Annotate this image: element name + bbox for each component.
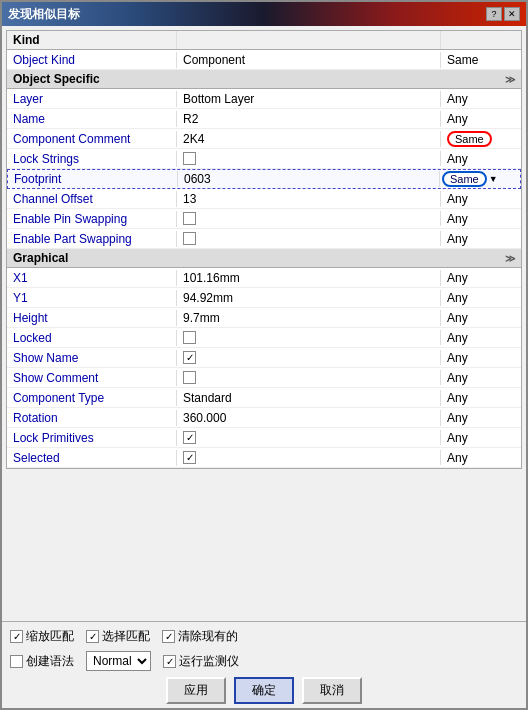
rule-enable-pin-swapping: Any xyxy=(441,211,521,227)
section-graphical-label: Graphical xyxy=(13,251,68,265)
val-name: R2 xyxy=(177,111,441,127)
checkbox-locked[interactable] xyxy=(183,331,196,344)
rule-height: Any xyxy=(441,310,521,326)
prop-y1: Y1 xyxy=(7,290,177,306)
prop-object-kind: Object Kind xyxy=(7,52,177,68)
bottom-area: 缩放匹配 选择匹配 清除现有的 创建语法 Normal 运行监测仪 xyxy=(2,621,526,708)
row-channel-offset: Channel Offset 13 Any xyxy=(7,189,521,209)
prop-show-name: Show Name xyxy=(7,350,177,366)
row-rotation: Rotation 360.000 Any xyxy=(7,408,521,428)
properties-table: Kind Object Kind Component Same Object S… xyxy=(6,30,522,469)
close-button[interactable]: ✕ xyxy=(504,7,520,21)
ok-button[interactable]: 确定 xyxy=(234,677,294,704)
prop-footprint: Footprint xyxy=(8,171,178,187)
row-component-comment: Component Comment 2K4 Same xyxy=(7,129,521,149)
checkbox-clear-existing[interactable] xyxy=(162,630,175,643)
val-footprint: 0603 xyxy=(178,171,440,187)
column-headers: Kind xyxy=(7,31,521,50)
val-lock-strings xyxy=(177,151,441,166)
rule-component-type: Any xyxy=(441,390,521,406)
rule-x1: Any xyxy=(441,270,521,286)
check-select-match: 选择匹配 xyxy=(86,628,150,645)
main-window: 发现相似目标 ? ✕ Kind Object Kind Component Sa… xyxy=(0,0,528,710)
label-run-monitor: 运行监测仪 xyxy=(179,653,239,670)
prop-channel-offset: Channel Offset xyxy=(7,191,177,207)
badge-same-red: Same xyxy=(447,131,492,147)
prop-lock-strings: Lock Strings xyxy=(7,151,177,167)
rule-locked: Any xyxy=(441,330,521,346)
val-rotation: 360.000 xyxy=(177,410,441,426)
val-layer: Bottom Layer xyxy=(177,91,441,107)
rule-lock-primitives: Any xyxy=(441,430,521,446)
row-layer: Layer Bottom Layer Any xyxy=(7,89,521,109)
val-enable-part-swapping xyxy=(177,231,441,246)
prop-rotation: Rotation xyxy=(7,410,177,426)
prop-locked: Locked xyxy=(7,330,177,346)
prop-enable-part-swapping: Enable Part Swapping xyxy=(7,231,177,247)
row-enable-pin-swapping: Enable Pin Swapping Any xyxy=(7,209,521,229)
checkbox-create-syntax[interactable] xyxy=(10,655,23,668)
prop-component-comment: Component Comment xyxy=(7,131,177,147)
prop-enable-pin-swapping: Enable Pin Swapping xyxy=(7,211,177,227)
checkbox-lock-strings[interactable] xyxy=(183,152,196,165)
label-clear-existing: 清除现有的 xyxy=(178,628,238,645)
rule-y1: Any xyxy=(441,290,521,306)
row-height: Height 9.7mm Any xyxy=(7,308,521,328)
checkbox-show-name[interactable] xyxy=(183,351,196,364)
section-graphical: Graphical ≫ xyxy=(7,249,521,268)
section-object-specific-label: Object Specific xyxy=(13,72,100,86)
row-name: Name R2 Any xyxy=(7,109,521,129)
label-zoom-match: 缩放匹配 xyxy=(26,628,74,645)
prop-name: Name xyxy=(7,111,177,127)
row-y1: Y1 94.92mm Any xyxy=(7,288,521,308)
checkbox-enable-part-swapping[interactable] xyxy=(183,232,196,245)
section-object-specific: Object Specific ≫ xyxy=(7,70,521,89)
checkbox-lock-primitives[interactable] xyxy=(183,431,196,444)
section-graphical-icon: ≫ xyxy=(505,253,515,264)
checkbox-enable-pin-swapping[interactable] xyxy=(183,212,196,225)
window-title: 发现相似目标 xyxy=(8,6,80,23)
val-x1: 101.16mm xyxy=(177,270,441,286)
title-bar: 发现相似目标 ? ✕ xyxy=(2,2,526,26)
rule-object-kind: Same xyxy=(441,52,521,68)
checkbox-run-monitor[interactable] xyxy=(163,655,176,668)
checkbox-selected[interactable] xyxy=(183,451,196,464)
row-enable-part-swapping: Enable Part Swapping Any xyxy=(7,229,521,249)
check-zoom-match: 缩放匹配 xyxy=(10,628,74,645)
help-button[interactable]: ? xyxy=(486,7,502,21)
rule-channel-offset: Any xyxy=(441,191,521,207)
row-show-comment: Show Comment Any xyxy=(7,368,521,388)
rule-selected: Any xyxy=(441,450,521,466)
label-create-syntax: 创建语法 xyxy=(26,653,74,670)
row-selected: Selected Any xyxy=(7,448,521,468)
val-enable-pin-swapping xyxy=(177,211,441,226)
val-show-name xyxy=(177,350,441,365)
row-footprint: Footprint 0603 Same ▼ xyxy=(7,169,521,189)
col-header-value xyxy=(177,31,441,49)
row-component-type: Component Type Standard Any xyxy=(7,388,521,408)
val-object-kind: Component xyxy=(177,52,441,68)
normal-dropdown[interactable]: Normal xyxy=(86,651,151,671)
prop-layer: Layer xyxy=(7,91,177,107)
rule-show-name: Any xyxy=(441,350,521,366)
prop-height: Height xyxy=(7,310,177,326)
val-channel-offset: 13 xyxy=(177,191,441,207)
prop-lock-primitives: Lock Primitives xyxy=(7,430,177,446)
cancel-button[interactable]: 取消 xyxy=(302,677,362,704)
check-clear-existing: 清除现有的 xyxy=(162,628,238,645)
row-object-kind: Object Kind Component Same xyxy=(7,50,521,70)
rule-component-comment: Same xyxy=(441,130,521,148)
rule-show-comment: Any xyxy=(441,370,521,386)
rule-name: Any xyxy=(441,111,521,127)
rule-enable-part-swapping: Any xyxy=(441,231,521,247)
footprint-dropdown-arrow[interactable]: ▼ xyxy=(489,174,498,184)
checkbox-select-match[interactable] xyxy=(86,630,99,643)
val-y1: 94.92mm xyxy=(177,290,441,306)
bottom-checkboxes-row1: 缩放匹配 选择匹配 清除现有的 xyxy=(10,628,518,645)
row-show-name: Show Name Any xyxy=(7,348,521,368)
apply-button[interactable]: 应用 xyxy=(166,677,226,704)
rule-footprint: Same ▼ xyxy=(440,170,520,188)
checkbox-show-comment[interactable] xyxy=(183,371,196,384)
checkbox-zoom-match[interactable] xyxy=(10,630,23,643)
prop-x1: X1 xyxy=(7,270,177,286)
